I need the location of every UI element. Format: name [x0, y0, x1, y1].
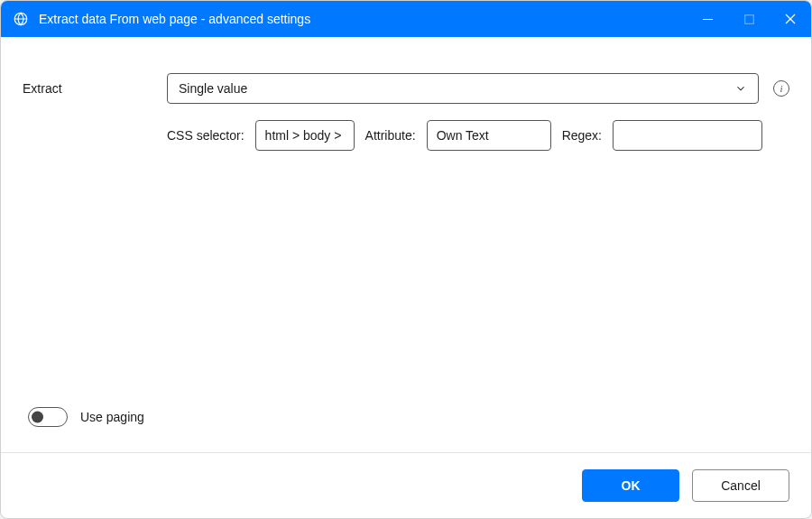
- use-paging-row: Use paging: [23, 407, 789, 427]
- regex-label: Regex:: [562, 128, 602, 143]
- attribute-label: Attribute:: [365, 128, 416, 143]
- form-area: Extract Single value i CSS selector:: [23, 73, 789, 407]
- toggle-knob: [32, 412, 43, 423]
- extract-select[interactable]: Single value: [167, 73, 759, 104]
- regex-input[interactable]: [613, 120, 762, 151]
- window-title: Extract data From web page - advanced se…: [39, 12, 687, 26]
- ok-button[interactable]: OK: [582, 469, 679, 502]
- dialog-footer: OK Cancel: [1, 452, 811, 518]
- svg-rect-2: [744, 14, 753, 23]
- window-controls: [687, 1, 811, 37]
- extract-label: Extract: [23, 81, 167, 96]
- dialog-window: Extract data From web page - advanced se…: [0, 0, 812, 519]
- attribute-input[interactable]: [427, 120, 551, 151]
- titlebar: Extract data From web page - advanced se…: [1, 1, 811, 37]
- extract-row: Extract Single value i: [23, 73, 789, 104]
- chevron-down-icon: [734, 82, 747, 95]
- minimize-button[interactable]: [687, 1, 728, 37]
- dialog-content: Extract Single value i CSS selector:: [1, 37, 811, 452]
- globe-icon: [12, 10, 30, 28]
- css-selector-input[interactable]: [255, 120, 355, 151]
- close-button[interactable]: [770, 1, 811, 37]
- selector-row: CSS selector: Attribute: Regex:: [23, 120, 789, 151]
- maximize-button: [728, 1, 770, 37]
- use-paging-toggle[interactable]: [28, 407, 68, 427]
- info-icon: i: [773, 80, 789, 97]
- use-paging-label: Use paging: [80, 410, 144, 424]
- cancel-button[interactable]: Cancel: [692, 469, 789, 502]
- extract-select-value: Single value: [179, 81, 247, 96]
- css-selector-label: CSS selector:: [167, 128, 245, 143]
